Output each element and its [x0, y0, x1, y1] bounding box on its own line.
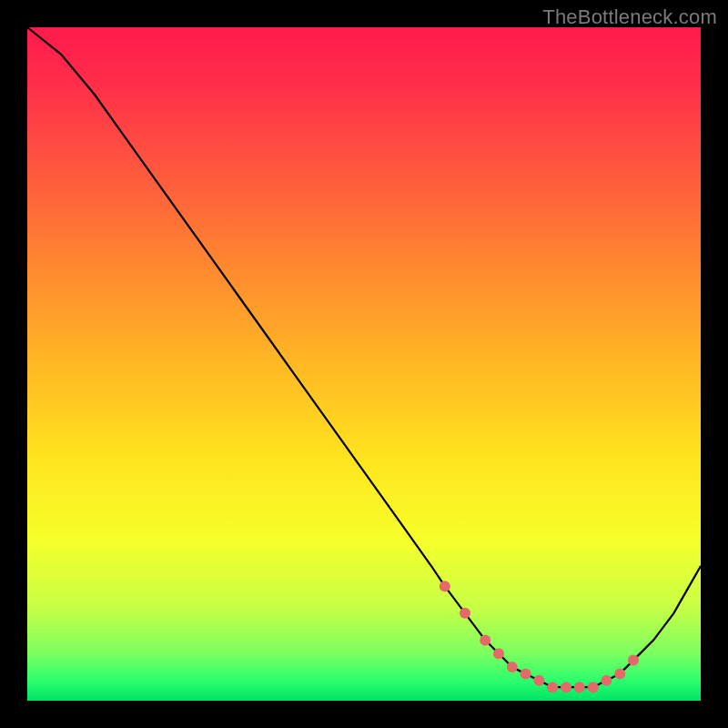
curve-marker — [588, 682, 599, 693]
bottleneck-curve — [27, 27, 701, 701]
curve-marker — [507, 662, 518, 672]
chart-frame: TheBottleneck.com — [0, 0, 728, 728]
curve-marker — [547, 682, 558, 693]
curve-marker — [561, 682, 571, 693]
curve-marker — [460, 608, 470, 619]
curve-marker — [628, 655, 639, 666]
curve-marker — [521, 668, 531, 679]
plot-area — [27, 27, 701, 701]
watermark-text: TheBottleneck.com — [542, 5, 717, 29]
curve-marker — [480, 634, 490, 645]
curve-marker — [601, 675, 612, 686]
curve-marker — [614, 668, 625, 679]
curve-marker — [574, 682, 585, 693]
curve-marker — [533, 675, 544, 686]
curve-marker — [440, 581, 450, 592]
curve-markers — [440, 581, 639, 693]
curve-path — [27, 27, 701, 687]
curve-marker — [493, 648, 504, 659]
